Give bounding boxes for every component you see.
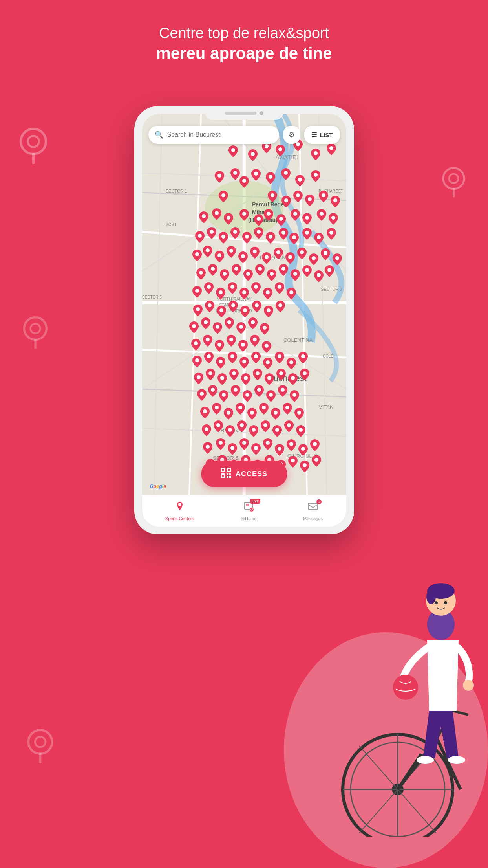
filter-button[interactable]: ⚙ — [283, 126, 300, 144]
svg-point-122 — [219, 290, 223, 294]
svg-point-160 — [301, 354, 305, 358]
svg-rect-230 — [246, 504, 249, 506]
svg-point-57 — [217, 174, 221, 178]
phone-screen: AVIAȚIEI Parcul Regele Mihai I (Herăstră… — [142, 114, 346, 527]
svg-point-166 — [256, 371, 260, 375]
search-bar: 🔍 Search in București ⚙ ☰ LIST — [148, 126, 340, 144]
svg-point-179 — [292, 393, 296, 397]
svg-point-184 — [250, 411, 254, 415]
hero-title: mereu aproape de tine — [0, 43, 488, 64]
nav-home[interactable]: LIVE @Home — [241, 501, 257, 521]
svg-point-82 — [331, 216, 335, 220]
nav-sports-centers[interactable]: Sports Centers — [165, 501, 194, 521]
sports-centers-label: Sports Centers — [165, 516, 194, 521]
svg-point-109 — [211, 267, 215, 271]
svg-point-158 — [278, 354, 281, 358]
svg-point-67 — [284, 198, 288, 202]
svg-point-139 — [216, 325, 219, 329]
search-placeholder: Search in București — [167, 131, 222, 138]
svg-point-84 — [210, 230, 214, 234]
svg-point-169 — [291, 376, 295, 380]
svg-point-199 — [219, 441, 223, 445]
svg-point-204 — [278, 447, 281, 451]
svg-point-159 — [289, 360, 293, 364]
svg-point-0 — [21, 129, 46, 154]
svg-point-124 — [242, 290, 246, 294]
svg-rect-225 — [229, 473, 231, 475]
svg-point-72 — [202, 214, 206, 218]
svg-point-157 — [266, 360, 270, 364]
svg-point-135 — [267, 308, 271, 312]
svg-point-134 — [255, 303, 259, 307]
google-logo: Google — [150, 484, 166, 489]
access-button[interactable]: ACCESS — [201, 461, 287, 487]
svg-point-191 — [228, 428, 232, 432]
svg-text:ȘOS I: ȘOS I — [166, 222, 176, 227]
svg-point-133 — [243, 308, 247, 312]
svg-point-80 — [305, 216, 309, 220]
svg-point-215 — [291, 459, 295, 462]
svg-point-93 — [317, 235, 321, 239]
svg-point-73 — [215, 211, 219, 215]
svg-point-164 — [232, 371, 236, 375]
svg-point-108 — [199, 271, 203, 275]
bg-pin-top-right — [439, 165, 468, 200]
svg-point-63 — [298, 178, 302, 182]
svg-point-62 — [284, 171, 288, 175]
svg-point-97 — [217, 253, 221, 257]
svg-point-117 — [305, 268, 309, 272]
svg-point-137 — [192, 324, 196, 328]
svg-point-107 — [335, 256, 339, 260]
svg-point-1 — [28, 136, 39, 147]
bg-pin-bottom-left — [24, 727, 57, 766]
svg-point-162 — [208, 371, 212, 375]
svg-point-173 — [222, 393, 226, 397]
svg-point-89 — [269, 235, 272, 239]
svg-point-121 — [207, 285, 211, 289]
svg-point-136 — [278, 303, 282, 307]
access-label: ACCESS — [236, 470, 267, 478]
svg-point-189 — [205, 427, 208, 431]
svg-rect-223 — [222, 475, 224, 477]
svg-point-53 — [278, 147, 282, 151]
svg-point-81 — [320, 212, 324, 216]
svg-point-250 — [448, 756, 465, 764]
svg-point-205 — [289, 442, 293, 446]
nav-messages[interactable]: 1 Messages — [303, 501, 323, 521]
svg-point-66 — [271, 193, 274, 197]
svg-point-85 — [221, 235, 225, 239]
svg-point-150 — [265, 344, 269, 348]
svg-point-178 — [281, 388, 285, 392]
svg-point-217 — [314, 458, 318, 462]
svg-point-103 — [288, 255, 292, 259]
bg-pin-top-left — [16, 126, 51, 167]
svg-text:VITAN: VITAN — [319, 404, 333, 410]
svg-point-183 — [238, 406, 242, 409]
svg-point-207 — [313, 442, 317, 446]
svg-point-75 — [242, 212, 246, 216]
svg-point-60 — [254, 172, 258, 176]
svg-point-146 — [217, 343, 221, 347]
phone-speaker — [225, 112, 256, 115]
svg-point-246 — [444, 601, 447, 604]
svg-point-155 — [242, 360, 246, 363]
home-icon: LIVE — [243, 501, 254, 515]
svg-point-59 — [242, 179, 246, 183]
svg-point-144 — [194, 341, 198, 345]
list-button[interactable]: ☰ LIST — [304, 126, 340, 144]
svg-point-147 — [229, 338, 233, 341]
svg-point-129 — [196, 307, 200, 311]
search-input-wrap[interactable]: 🔍 Search in București — [148, 126, 280, 144]
svg-point-102 — [276, 250, 280, 254]
svg-point-174 — [234, 388, 238, 392]
phone: AVIAȚIEI Parcul Regele Mihai I (Herăstră… — [134, 106, 354, 534]
svg-rect-227 — [229, 476, 231, 478]
svg-point-188 — [297, 411, 301, 415]
messages-icon: 1 — [307, 501, 318, 515]
svg-point-110 — [223, 272, 227, 276]
svg-point-90 — [281, 231, 285, 235]
svg-point-138 — [204, 320, 208, 324]
svg-point-77 — [267, 212, 271, 216]
svg-point-96 — [206, 248, 210, 252]
svg-point-149 — [253, 338, 257, 341]
